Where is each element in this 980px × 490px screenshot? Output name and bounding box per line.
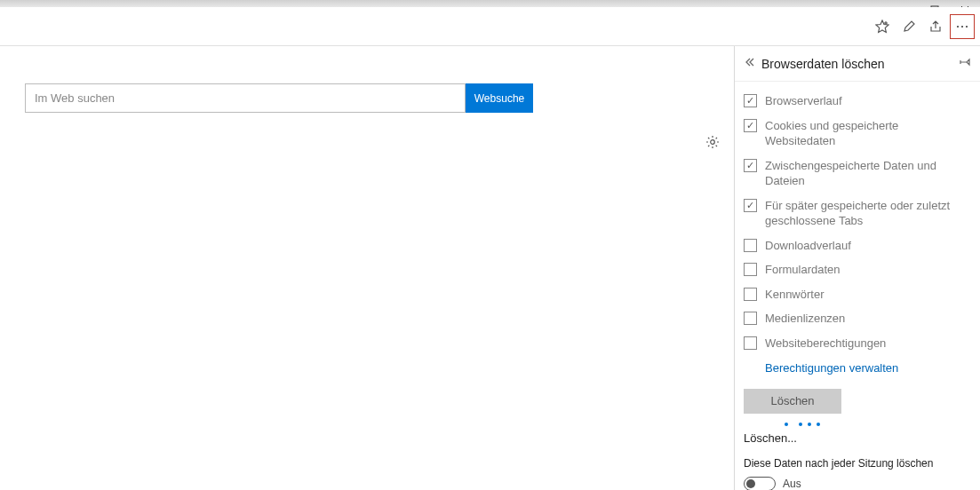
checkbox-row[interactable]: Websiteberechtigungen (744, 331, 971, 356)
checkbox[interactable] (744, 239, 757, 252)
checkbox-label: Cookies und gespeicherte Websitedaten (765, 118, 971, 149)
checkbox-label: Zwischengespeicherte Daten und Dateien (765, 158, 971, 189)
loading-text: Löschen... (744, 431, 971, 445)
checkbox-row[interactable]: Downloadverlauf (744, 233, 971, 258)
browser-toolbar (0, 7, 980, 46)
svg-point-6 (957, 26, 959, 28)
checkbox[interactable] (744, 336, 757, 350)
checkbox-label: Downloadverlauf (765, 238, 851, 254)
checkbox[interactable] (744, 288, 757, 301)
always-clear-toggle[interactable] (744, 477, 776, 490)
manage-permissions-link[interactable]: Berechtigungen verwalten (744, 356, 971, 380)
back-icon[interactable] (744, 57, 761, 70)
svg-point-9 (711, 140, 715, 145)
favorites-icon[interactable] (870, 14, 895, 39)
gear-icon[interactable] (705, 135, 720, 153)
checkbox-label: Kennwörter (765, 287, 824, 303)
always-clear-text: Diese Daten nach jeder Sitzung löschen (744, 457, 971, 470)
checkbox-label: Für später gespeicherte oder zuletzt ges… (765, 198, 971, 229)
window-titlebar (0, 0, 980, 7)
checkbox[interactable] (744, 263, 757, 276)
toggle-state-label: Aus (783, 478, 801, 490)
svg-point-8 (966, 26, 968, 28)
checkbox-row[interactable]: Kennwörter (744, 282, 971, 307)
checkbox-row[interactable]: Formulardaten (744, 257, 971, 282)
search-button[interactable]: Websuche (466, 83, 533, 113)
checkbox-row[interactable]: Für später gespeicherte oder zuletzt ges… (744, 194, 971, 233)
clear-button[interactable]: Löschen (744, 389, 841, 414)
svg-point-7 (961, 26, 963, 28)
loading-dots (785, 423, 971, 426)
checkbox[interactable] (744, 159, 757, 172)
panel-title: Browserdaten löschen (761, 57, 959, 71)
search-input[interactable] (25, 83, 466, 113)
clear-data-panel: Browserdaten löschen BrowserverlaufCooki… (734, 46, 980, 490)
checkbox-row[interactable]: Medienlizenzen (744, 306, 971, 331)
more-icon[interactable] (950, 14, 975, 39)
checkbox-label: Medienlizenzen (765, 311, 845, 327)
checkbox[interactable] (744, 119, 757, 132)
checkbox-label: Websiteberechtigungen (765, 336, 886, 352)
checkbox-row[interactable]: Cookies und gespeicherte Websitedaten (744, 114, 971, 154)
checkbox[interactable] (744, 94, 757, 107)
checkbox-row[interactable]: Browserverlauf (744, 89, 971, 114)
checkbox-row[interactable]: Zwischengespeicherte Daten und Dateien (744, 154, 971, 194)
share-icon[interactable] (923, 14, 948, 39)
main-content: Websuche (0, 46, 734, 490)
checkbox-label: Browserverlauf (765, 93, 842, 109)
checkbox[interactable] (744, 312, 757, 325)
notes-icon[interactable] (896, 14, 921, 39)
checkbox-label: Formulardaten (765, 262, 841, 278)
pin-icon[interactable] (959, 56, 971, 71)
checkbox[interactable] (744, 199, 757, 212)
